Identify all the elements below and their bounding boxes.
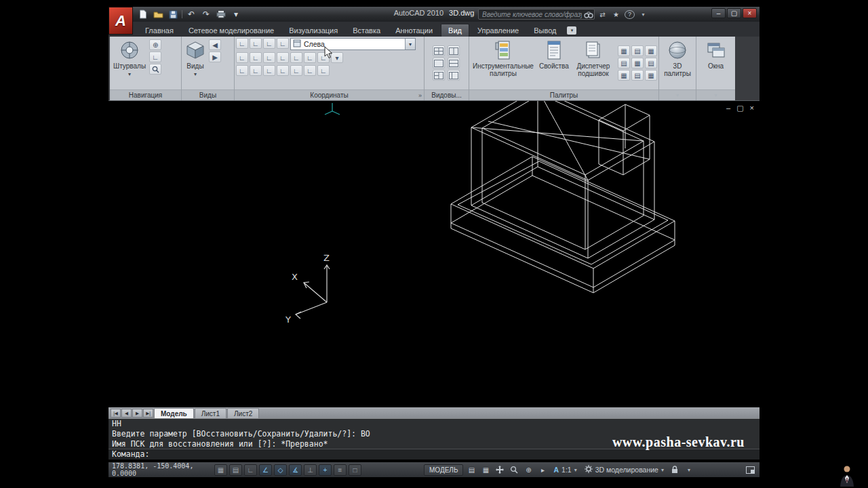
panel-expander-icon[interactable]: » [418,92,422,99]
last-layout-button[interactable]: ▶| [143,409,153,418]
undo-button[interactable]: ↶ [185,9,197,20]
render-palette-button[interactable]: ▤ [631,70,644,81]
ucs-face-button[interactable]: ∟ [304,52,316,63]
zoom-icon[interactable] [508,464,520,476]
quickcalc-button[interactable]: ▦ [645,45,657,56]
open-file-button[interactable] [152,9,164,20]
tab-annotate[interactable]: Аннотации [389,24,439,37]
model-space-button[interactable]: МОДЕЛЬ [424,464,463,476]
workspace-switcher[interactable]: 3D моделирование ▾ [582,464,667,476]
viewport-restore-icon[interactable]: ▢ [736,104,743,113]
chevron-down-icon[interactable]: ▾ [405,39,415,49]
viewport-clip-button[interactable] [448,70,460,81]
panel-dropdown-icon[interactable]: ▾ [676,92,679,98]
view-back-button[interactable]: ◀ [209,39,221,50]
dyn-toggle[interactable]: + [319,464,332,476]
dbconnect-button[interactable]: ▦ [618,45,630,56]
ucs-x-button[interactable]: ∟ [236,52,248,63]
close-button[interactable]: × [743,8,757,18]
tab-model[interactable]: Модель [154,408,194,418]
first-layout-button[interactable]: |◀ [111,409,121,418]
windows-button[interactable]: Окна [698,38,734,88]
ducs-toggle[interactable]: ⊥ [304,464,317,476]
showmotion-icon[interactable]: ▸ [536,464,549,476]
communication-center-icon[interactable]: ⇄ [597,9,608,20]
view-select[interactable]: Слева ▾ [290,38,416,50]
viewport-minimize-icon[interactable]: – [726,104,730,113]
panel-dropdown-icon[interactable]: ▾ [714,92,717,98]
viewport-close-icon[interactable]: × [750,104,754,113]
tab-view[interactable]: Вид [441,24,469,37]
viewport-named-button[interactable] [448,58,460,68]
pan-tool-button[interactable]: ⊕ [149,39,161,50]
ucs-icon-settings-button[interactable]: ∟ [317,65,330,76]
zoom-tool-button[interactable] [149,64,161,75]
tab-insert[interactable]: Вставка [346,24,387,37]
ucs-rotate-z-button[interactable]: ∟ [290,65,302,76]
application-menu-button[interactable]: A [108,7,133,35]
ucs-object-button[interactable]: ∟ [277,38,289,49]
ucs-zaxis-button[interactable]: ∟ [277,52,289,63]
steeringwheels-button[interactable]: Штурвалы ▾ [111,38,148,88]
command-prompt[interactable]: Команда: [108,449,760,460]
pan-icon[interactable] [494,464,506,476]
orbit-tool-button[interactable]: ∟ [149,52,161,62]
ucs-y-button[interactable]: ∟ [250,52,262,63]
viewport-restore-button[interactable] [433,58,445,68]
help-icon[interactable]: ? [625,10,635,19]
tab-layout2[interactable]: Лист2 [227,408,259,418]
lwt-toggle[interactable]: ≡ [334,464,347,476]
minimize-button[interactable]: – [711,8,726,18]
polar-toggle[interactable]: ∠ [259,464,272,476]
quick-view-layouts-icon[interactable]: ▤ [465,464,477,476]
ucs-origin-button[interactable]: ∟ [263,38,275,49]
view-forward-button[interactable]: ▶ [209,52,221,62]
plot-button[interactable] [215,9,227,20]
help-dropdown-icon[interactable]: ▾ [638,9,648,20]
infocenter-search-input[interactable] [478,9,595,20]
otrack-toggle[interactable]: ∡ [289,464,302,476]
snap-toggle[interactable]: ▦ [214,464,227,476]
palettes-3d-button[interactable]: 3D палитры [660,38,694,88]
ucs-move-button[interactable]: ∟ [250,65,262,76]
status-menu-icon[interactable]: ▾ [683,464,695,476]
ucs-named-button[interactable]: ∟ [236,65,248,76]
materials-palette-button[interactable]: ▤ [645,58,657,68]
annotation-scale-control[interactable]: А 1:1 ▾ [551,464,579,476]
qat-dropdown-icon[interactable]: ▾ [230,9,242,20]
osnap-toggle[interactable]: ◇ [274,464,287,476]
search-icon[interactable] [583,9,594,20]
viewport-new-button[interactable] [433,70,445,81]
tab-manage[interactable]: Управление [471,24,526,37]
ucs-apply-button[interactable]: ∟ [304,65,316,76]
external-refs-button[interactable]: ▤ [618,58,630,68]
prev-layout-button[interactable]: ◀ [121,409,132,418]
markup-button[interactable]: ▤ [631,45,644,56]
maximize-button[interactable]: ▢ [727,8,741,18]
save-button[interactable] [167,9,179,20]
tab-output[interactable]: Вывод [527,24,563,37]
drawing-canvas[interactable]: XYZ – ▢ × [108,100,760,407]
next-layout-button[interactable]: ▶ [132,409,142,418]
sheet-set-manager-button[interactable]: Диспетчер подшивок [572,38,614,88]
qp-toggle[interactable]: □ [349,464,361,476]
views-button[interactable]: Виды ▾ [183,38,208,88]
tab-render[interactable]: Визуализация [282,24,344,37]
properties-button[interactable]: Свойства [537,38,571,88]
favorites-icon[interactable]: ★ [611,9,621,20]
tab-layout1[interactable]: Лист1 [195,408,226,418]
lock-icon[interactable] [669,464,681,476]
ucs-3point-button[interactable]: ∟ [290,52,302,63]
ucs-rotate-x-button[interactable]: ∟ [263,65,275,76]
ucs-world-button[interactable]: ∟ [236,38,248,49]
ucs-previous-button[interactable]: ∟ [250,38,262,49]
new-file-button[interactable] [137,9,149,20]
viewport-config-button[interactable] [433,45,445,56]
lights-palette-button[interactable]: ▦ [631,58,644,68]
grid-toggle[interactable]: ▤ [229,464,242,476]
orbit-icon[interactable]: ⊕ [522,464,534,476]
tab-overflow-icon[interactable]: ▾ [567,26,576,35]
visual-styles-palette-button[interactable]: ▦ [618,70,630,81]
ucs-z-button[interactable]: ∟ [263,52,275,63]
viewport-join-button[interactable] [448,45,460,56]
